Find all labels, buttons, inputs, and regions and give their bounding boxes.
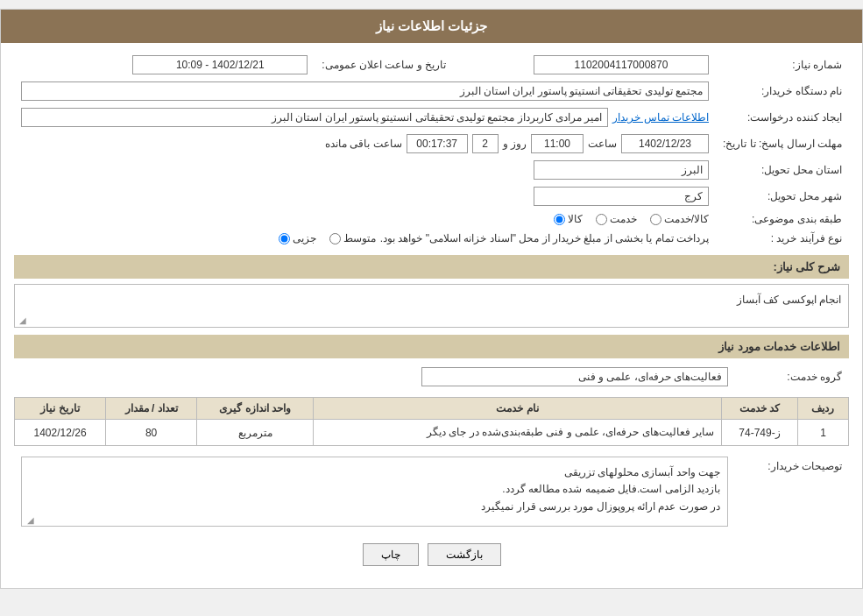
- category-option-khedmat-label: خدمت: [610, 213, 637, 225]
- contact-link[interactable]: اطلاعات تماس خریدار: [612, 111, 709, 124]
- need-number-value: 1102004117000870: [534, 55, 709, 74]
- category-option-kala-khedmat-label: کالا/خدمت: [664, 213, 709, 225]
- public-announce-value: 1402/12/21 - 10:09: [132, 55, 308, 74]
- col-code: کد خدمت: [722, 398, 798, 420]
- purchase-type-partial-label: جزیی: [293, 232, 316, 244]
- resize-handle-need[interactable]: ◢: [16, 315, 26, 326]
- service-group-value: فعالیت‌های حرفه‌ای، علمی و فنی: [421, 367, 728, 386]
- purchase-type-radio-group: متوسط جزیی: [279, 232, 376, 244]
- response-days-label: روز و: [503, 138, 527, 150]
- category-option-kala-khedmat[interactable]: کالا/خدمت: [650, 213, 709, 225]
- city-value: کرج: [534, 187, 709, 206]
- back-button[interactable]: بازگشت: [428, 543, 501, 566]
- col-qty: تعداد / مقدار: [106, 398, 197, 420]
- response-time-label: ساعت: [588, 138, 617, 150]
- col-date: تاریخ نیاز: [15, 398, 106, 420]
- services-section-header: اطلاعات خدمات مورد نیاز: [14, 335, 849, 358]
- table-row: 1ز-749-74سایر فعالیت‌های حرفه‌ای، علمی و…: [15, 420, 849, 446]
- purchase-type-partial[interactable]: جزیی: [279, 232, 316, 244]
- category-label: طبقه بندی موضوعی:: [716, 209, 849, 229]
- category-radio-group: کالا/خدمت خدمت کالا: [21, 213, 709, 225]
- category-option-khedmat[interactable]: خدمت: [596, 213, 637, 225]
- province-value: البرز: [534, 160, 709, 180]
- purchase-type-medium-label: متوسط: [343, 232, 376, 244]
- col-unit: واحد اندازه گیری: [197, 398, 314, 420]
- remaining-time: 00:17:37: [407, 134, 468, 153]
- response-time: 11:00: [531, 134, 584, 153]
- remaining-label: ساعت باقی مانده: [325, 138, 402, 150]
- purchase-type-label: نوع فرآیند خرید :: [716, 229, 849, 248]
- col-row: ردیف: [797, 398, 848, 420]
- purchase-type-medium[interactable]: متوسط: [329, 232, 376, 244]
- buyer-description-value: جهت واحد آبسازی محلولهای تزریقی بازدید ا…: [21, 457, 728, 527]
- buyer-desc-label: توصیحات خریدار:: [735, 453, 849, 530]
- category-option-kala[interactable]: کالا: [554, 213, 583, 225]
- province-label: استان محل تحویل:: [716, 157, 849, 183]
- need-description-section-header: شرح کلی نیاز:: [14, 255, 849, 279]
- service-group-label: گروه خدمت:: [735, 364, 849, 390]
- response-date: 1402/12/23: [621, 134, 709, 153]
- col-name: نام خدمت: [314, 398, 722, 420]
- need-number-label: شماره نیاز:: [716, 52, 849, 78]
- category-option-kala-label: کالا: [568, 213, 583, 225]
- response-days: 2: [472, 134, 499, 153]
- buyer-org-label: نام دستگاه خریدار:: [716, 78, 849, 104]
- services-table: ردیف کد خدمت نام خدمت واحد اندازه گیری ت…: [14, 397, 849, 446]
- purchase-type-note: پرداخت تمام یا بخشی از مبلغ خریدار از مح…: [380, 232, 709, 244]
- print-button[interactable]: چاپ: [363, 543, 419, 566]
- response-deadline-label: مهلت ارسال پاسخ: تا تاریخ:: [716, 131, 849, 157]
- buyer-org-value: مجتمع تولیدی تحقیقاتی انستیتو پاستور ایر…: [21, 81, 709, 101]
- creator-label: ایجاد کننده درخواست:: [716, 104, 849, 131]
- action-buttons: بازگشت چاپ: [14, 543, 849, 566]
- page-title: جزئیات اطلاعات نیاز: [1, 10, 862, 43]
- creator-value: امیر مرادی کاربرداز مجتمع تولیدی تحقیقات…: [21, 108, 608, 127]
- city-label: شهر محل تحویل:: [716, 183, 849, 209]
- public-announce-label: تاریخ و ساعت اعلان عمومی:: [315, 52, 453, 78]
- need-description-value: انجام اپوکسی کف آبساز: [14, 284, 849, 328]
- resize-handle-buyer[interactable]: ◢: [24, 513, 34, 524]
